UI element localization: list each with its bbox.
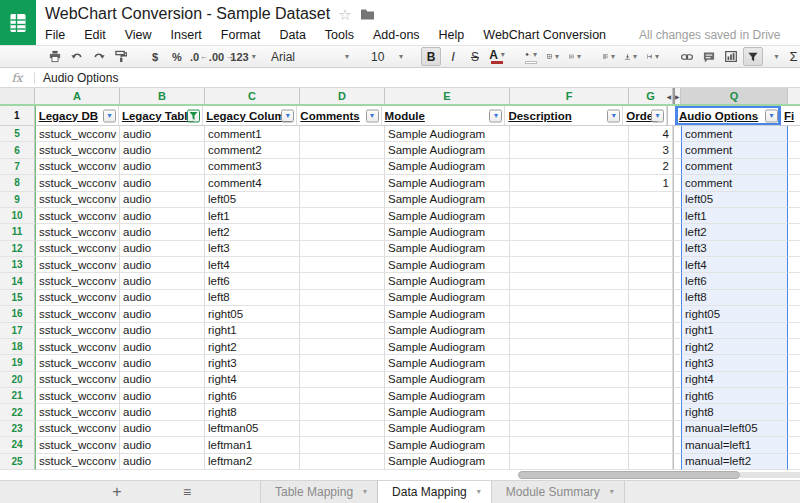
cell-module[interactable]: Sample Audiogram [385, 241, 510, 257]
borders-button[interactable]: ▾ [543, 47, 563, 66]
filter-dropdown-button[interactable]: ▾ [607, 109, 620, 122]
sheet-tab-data-mapping[interactable]: Data Mapping▾ [377, 481, 492, 503]
menu-format[interactable]: Format [221, 28, 261, 42]
cell-next-column[interactable] [788, 421, 800, 437]
row-number[interactable]: 17 [0, 323, 35, 339]
header-module[interactable]: Module ▾ [382, 106, 506, 126]
cell-module[interactable]: Sample Audiogram [385, 339, 510, 355]
fill-color-button[interactable]: ▾ [521, 47, 541, 66]
cell-legacy-db[interactable]: sstuck_wcconv [35, 175, 120, 191]
cell-audio-options[interactable]: comment [681, 142, 788, 158]
menu-edit[interactable]: Edit [84, 28, 106, 42]
cell-comments[interactable] [300, 437, 385, 453]
cell-description[interactable] [510, 192, 629, 208]
cell-legacy-table[interactable]: audio [120, 323, 205, 339]
cell-legacy-db[interactable]: sstuck_wcconv [35, 355, 120, 371]
cell-module[interactable]: Sample Audiogram [385, 454, 510, 470]
row-number[interactable]: 5 [0, 126, 35, 142]
row-number[interactable]: 24 [0, 437, 35, 453]
cell-description[interactable] [510, 290, 629, 306]
cell-module[interactable]: Sample Audiogram [385, 257, 510, 273]
sheet-tab-module-summary[interactable]: Module Summary▾ [491, 481, 625, 503]
menu-file[interactable]: File [45, 28, 65, 42]
redo-icon[interactable] [89, 47, 109, 66]
header-legacy-column[interactable]: Legacy Column ▾ [203, 106, 297, 126]
cell-description[interactable] [510, 273, 629, 289]
sheets-logo-icon[interactable] [0, 0, 36, 45]
cell-legacy-column[interactable]: leftman2 [205, 454, 300, 470]
select-all-corner[interactable] [0, 88, 35, 104]
cell-legacy-db[interactable]: sstuck_wcconv [35, 241, 120, 257]
font-select[interactable]: Arial▾ [267, 47, 353, 66]
row-number[interactable]: 13 [0, 257, 35, 273]
cell-order[interactable] [629, 208, 673, 224]
folder-icon[interactable] [360, 8, 375, 20]
hidden-columns-right-arrow[interactable]: ▶ [675, 93, 680, 100]
cell-comments[interactable] [300, 224, 385, 240]
cell-next-column[interactable] [788, 241, 800, 257]
cell-legacy-column[interactable]: comment2 [205, 142, 300, 158]
cell-legacy-column[interactable]: right8 [205, 404, 300, 420]
add-sheet-button[interactable]: + [106, 484, 128, 500]
cell-next-column[interactable] [788, 306, 800, 322]
filter-dropdown-button[interactable]: ▾ [366, 109, 379, 122]
cell-comments[interactable] [300, 126, 385, 142]
cell-next-column[interactable] [788, 175, 800, 191]
cell-legacy-column[interactable]: left6 [205, 273, 300, 289]
cell-legacy-column[interactable]: right05 [205, 306, 300, 322]
cell-order[interactable]: 4 [629, 126, 673, 142]
cell-comments[interactable] [300, 421, 385, 437]
cell-comments[interactable] [300, 241, 385, 257]
insert-link-button[interactable] [677, 47, 697, 66]
cell-module[interactable]: Sample Audiogram [385, 355, 510, 371]
cell-legacy-table[interactable]: audio [120, 257, 205, 273]
cell-order[interactable] [629, 224, 673, 240]
cell-description[interactable] [510, 323, 629, 339]
cell-order[interactable] [629, 306, 673, 322]
column-header-e[interactable]: E [385, 88, 510, 104]
column-header-d[interactable]: D [300, 88, 385, 104]
merge-cells-button[interactable]: ▾ [565, 47, 585, 66]
cell-order[interactable] [629, 372, 673, 388]
decrease-decimals-button[interactable]: .0← [189, 47, 209, 66]
row-number[interactable]: 25 [0, 454, 35, 470]
cell-description[interactable] [510, 372, 629, 388]
cell-order[interactable] [629, 437, 673, 453]
cell-audio-options[interactable]: manual=left1 [681, 437, 788, 453]
cell-legacy-table[interactable]: audio [120, 454, 205, 470]
cell-description[interactable] [510, 404, 629, 420]
cell-order[interactable] [629, 192, 673, 208]
format-percent-button[interactable]: % [167, 47, 187, 66]
cell-description[interactable] [510, 388, 629, 404]
row-number[interactable]: 10 [0, 208, 35, 224]
column-header-a[interactable]: A [35, 88, 120, 104]
menu-tools[interactable]: Tools [325, 28, 354, 42]
cell-order[interactable]: 2 [629, 159, 673, 175]
cell-audio-options[interactable]: right4 [681, 372, 788, 388]
cell-module[interactable]: Sample Audiogram [385, 208, 510, 224]
cell-comments[interactable] [300, 323, 385, 339]
insert-comment-button[interactable] [699, 47, 719, 66]
cell-description[interactable] [510, 241, 629, 257]
cell-legacy-column[interactable]: comment4 [205, 175, 300, 191]
cell-legacy-column[interactable]: left8 [205, 290, 300, 306]
cell-legacy-table[interactable]: audio [120, 224, 205, 240]
cell-legacy-column[interactable]: left1 [205, 208, 300, 224]
cell-audio-options[interactable]: manual=left2 [681, 454, 788, 470]
strikethrough-button[interactable]: S [465, 47, 485, 66]
menu-help[interactable]: Help [439, 28, 465, 42]
cell-description[interactable] [510, 339, 629, 355]
cell-next-column[interactable] [788, 192, 800, 208]
cell-comments[interactable] [300, 306, 385, 322]
cell-legacy-table[interactable]: audio [120, 388, 205, 404]
bold-button[interactable]: B [421, 47, 441, 66]
cell-module[interactable]: Sample Audiogram [385, 290, 510, 306]
row-number[interactable]: 20 [0, 372, 35, 388]
cell-legacy-db[interactable]: sstuck_wcconv [35, 306, 120, 322]
cell-next-column[interactable] [788, 126, 800, 142]
cell-comments[interactable] [300, 372, 385, 388]
cell-legacy-table[interactable]: audio [120, 421, 205, 437]
font-size-select[interactable]: 10▾ [367, 47, 407, 66]
cell-order[interactable] [629, 454, 673, 470]
cell-legacy-column[interactable]: comment3 [205, 159, 300, 175]
